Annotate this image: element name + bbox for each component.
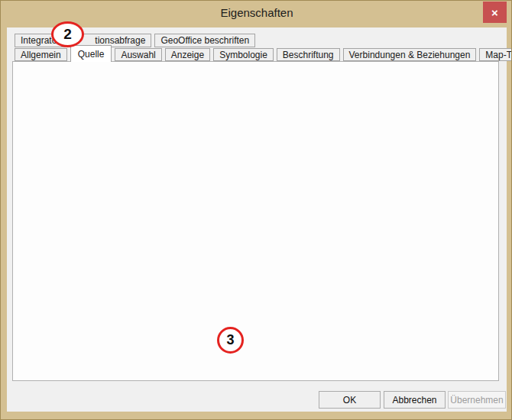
tab-map-tipps[interactable]: Map-Tipps xyxy=(479,48,512,61)
cancel-button[interactable]: Abbrechen xyxy=(384,391,446,409)
properties-dialog: Eigenschaften × Integrator tionsabfrage … xyxy=(0,0,512,420)
tab-verbindungen-beziehungen[interactable]: Verbindungen & Beziehungen xyxy=(343,48,477,61)
tab-auswahl[interactable]: Auswahl xyxy=(115,48,161,61)
close-button[interactable]: × xyxy=(483,2,507,23)
tab-quelle[interactable]: Quelle xyxy=(70,45,112,62)
tab-allgemein[interactable]: Allgemein xyxy=(15,48,67,61)
tab-row-main: Allgemein Quelle Auswahl Anzeige Symbolo… xyxy=(15,48,512,61)
tab-beschriftung[interactable]: Beschriftung xyxy=(277,48,340,61)
window-title: Eigenschaften xyxy=(1,1,512,25)
apply-button: Übernehmen xyxy=(448,391,506,409)
tab-anzeige[interactable]: Anzeige xyxy=(165,48,210,61)
annotation-step-3: 3 xyxy=(217,327,244,354)
close-icon: × xyxy=(491,7,498,18)
ok-button[interactable]: OK xyxy=(319,391,381,409)
annotation-step-2: 2 xyxy=(51,21,84,47)
tab-page-quelle xyxy=(12,61,499,381)
tab-symbologie[interactable]: Symbologie xyxy=(213,48,274,61)
tab-geooffice-beschriften[interactable]: GeoOffice beschriften xyxy=(154,34,255,47)
